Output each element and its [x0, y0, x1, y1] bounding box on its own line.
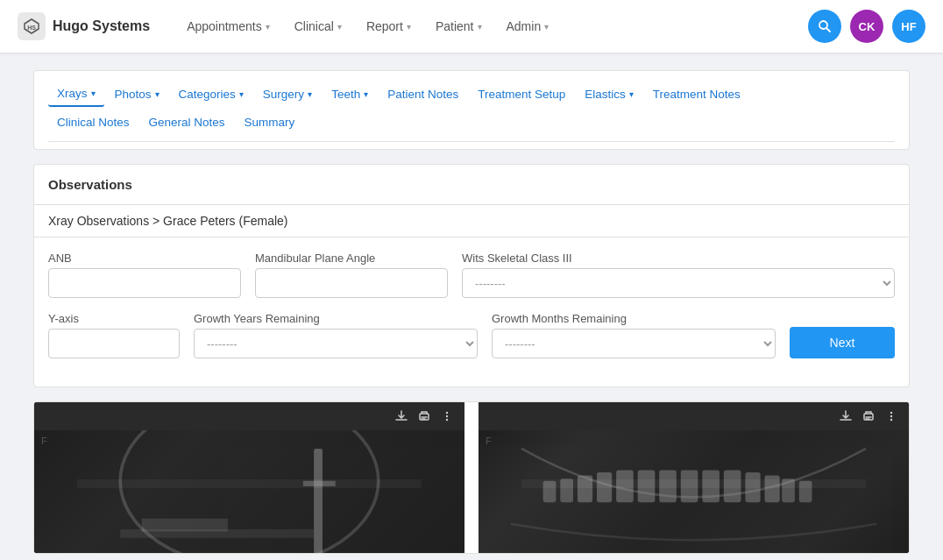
tab-clinical-notes[interactable]: Clinical Notes — [48, 110, 138, 134]
svg-rect-22 — [597, 472, 612, 502]
tab-teeth[interactable]: Teeth ▾ — [323, 82, 377, 106]
chevron-down-icon: ▾ — [239, 89, 244, 99]
gmr-select[interactable]: -------- 0 1 2 — [492, 329, 776, 358]
tab-nav-card: Xrays ▾ Photos ▾ Categories ▾ Surgery ▾ … — [33, 70, 910, 150]
tab-treatment-notes[interactable]: Treatment Notes — [644, 82, 749, 106]
svg-rect-19 — [543, 481, 557, 503]
svg-rect-32 — [799, 481, 812, 503]
anb-field-group: ANB — [48, 252, 241, 298]
xray-panel-lateral: F — [34, 402, 464, 553]
tab-summary[interactable]: Summary — [236, 110, 304, 134]
tab-row-1: Xrays ▾ Photos ▾ Categories ▾ Surgery ▾ … — [48, 82, 895, 107]
anb-input[interactable] — [48, 268, 241, 298]
yaxis-input[interactable] — [48, 329, 180, 358]
mpa-input[interactable] — [255, 268, 448, 298]
mpa-field-group: Mandibular Plane Angle — [255, 252, 448, 298]
xray-panel-panoramic: F — [479, 402, 909, 553]
tab-elastics[interactable]: Elastics ▾ — [576, 82, 642, 106]
svg-rect-28 — [724, 470, 741, 502]
tab-xrays[interactable]: Xrays ▾ — [48, 82, 104, 107]
chevron-down-icon: ▾ — [407, 22, 411, 32]
chevron-down-icon: ▾ — [266, 22, 270, 32]
nav-appointments[interactable]: Appointments ▾ — [176, 12, 280, 40]
chevron-down-icon: ▾ — [544, 22, 549, 32]
xray-image-lateral: F — [34, 430, 464, 553]
tab-row-2: Clinical Notes General Notes Summary — [48, 110, 895, 134]
svg-rect-25 — [659, 470, 677, 502]
chevron-down-icon: ▾ — [155, 89, 160, 99]
tab-treatment-setup[interactable]: Treatment Setup — [469, 82, 574, 106]
svg-rect-23 — [616, 470, 634, 502]
svg-rect-31 — [782, 478, 795, 502]
more-options-icon[interactable] — [884, 409, 898, 423]
navbar-right: CK HF — [808, 10, 925, 43]
brand-logo: HS — [18, 12, 46, 40]
next-button[interactable]: Next — [790, 327, 895, 358]
observations-form: ANB Mandibular Plane Angle Wits Skeletal… — [34, 237, 909, 386]
svg-rect-13 — [303, 481, 336, 486]
nav-report[interactable]: Report ▾ — [356, 12, 422, 40]
navbar: HS Hugo Systems Appointments ▾ Clinical … — [0, 0, 943, 53]
print-icon[interactable] — [861, 409, 876, 423]
gyr-select[interactable]: -------- 0 1 2 3 4 5 — [194, 329, 478, 358]
more-options-icon[interactable] — [440, 409, 454, 423]
wits-field-group: Wits Skeletal Class III -------- Class I… — [462, 252, 895, 298]
svg-rect-21 — [578, 476, 592, 503]
nav-menu: Appointments ▾ Clinical ▾ Report ▾ Patie… — [176, 12, 808, 40]
chevron-down-icon: ▾ — [308, 89, 312, 99]
svg-point-16 — [890, 415, 892, 417]
nav-admin[interactable]: Admin ▾ — [496, 12, 560, 40]
download-icon[interactable] — [394, 409, 408, 423]
observations-title: Observations — [34, 165, 909, 205]
main-content: Xrays ▾ Photos ▾ Categories ▾ Surgery ▾ … — [16, 53, 927, 560]
tab-divider — [48, 141, 895, 142]
xray-image-panoramic: F — [479, 430, 909, 553]
wits-label: Wits Skeletal Class III — [462, 252, 895, 265]
chevron-down-icon: ▾ — [478, 22, 482, 32]
yaxis-field-group: Y-axis — [48, 312, 180, 358]
svg-point-5 — [446, 412, 448, 414]
anb-label: ANB — [48, 252, 241, 265]
xray-images-card: F — [33, 401, 910, 554]
svg-point-15 — [890, 412, 892, 414]
svg-point-7 — [446, 419, 448, 421]
tab-general-notes[interactable]: General Notes — [140, 110, 234, 134]
svg-rect-26 — [681, 470, 698, 502]
svg-rect-20 — [560, 478, 573, 502]
tab-surgery[interactable]: Surgery ▾ — [254, 82, 321, 106]
download-icon[interactable] — [839, 409, 853, 423]
xray-container: F — [34, 402, 909, 553]
yaxis-label: Y-axis — [48, 312, 180, 325]
print-icon[interactable] — [417, 409, 431, 423]
svg-rect-11 — [120, 529, 314, 538]
mpa-label: Mandibular Plane Angle — [255, 252, 448, 265]
svg-point-17 — [890, 419, 892, 421]
svg-rect-12 — [314, 449, 323, 553]
xray-toolbar-panoramic — [479, 402, 909, 430]
nav-clinical[interactable]: Clinical ▾ — [284, 12, 352, 40]
gmr-field-group: Growth Months Remaining -------- 0 1 2 — [492, 312, 776, 358]
svg-text:HS: HS — [27, 25, 36, 31]
observations-card: Observations Xray Observations > Grace P… — [33, 164, 910, 387]
gyr-label: Growth Years Remaining — [194, 312, 478, 325]
brand-name: Hugo Systems — [53, 18, 150, 34]
tab-photos[interactable]: Photos ▾ — [106, 82, 168, 106]
gyr-field-group: Growth Years Remaining -------- 0 1 2 3 … — [194, 312, 478, 358]
svg-point-6 — [446, 415, 448, 417]
form-row-2: Y-axis Growth Years Remaining -------- 0… — [48, 312, 895, 358]
chevron-down-icon: ▾ — [91, 89, 96, 98]
chevron-down-icon: ▾ — [629, 89, 634, 99]
nav-patient[interactable]: Patient ▾ — [425, 12, 493, 40]
svg-rect-29 — [745, 472, 760, 502]
tab-bar: Xrays ▾ Photos ▾ Categories ▾ Surgery ▾ … — [34, 71, 909, 142]
svg-rect-27 — [702, 470, 720, 502]
chevron-down-icon: ▾ — [364, 89, 368, 99]
search-button[interactable] — [808, 10, 841, 43]
observations-subtitle: Xray Observations > Grace Peters (Female… — [34, 205, 909, 237]
ck-avatar-button[interactable]: CK — [850, 10, 883, 43]
hf-avatar-button[interactable]: HF — [892, 10, 925, 43]
tab-categories[interactable]: Categories ▾ — [170, 82, 252, 106]
wits-select[interactable]: -------- Class I Class II Class III — [462, 268, 895, 298]
tab-patient-notes[interactable]: Patient Notes — [379, 82, 467, 106]
brand: HS Hugo Systems — [18, 12, 150, 40]
